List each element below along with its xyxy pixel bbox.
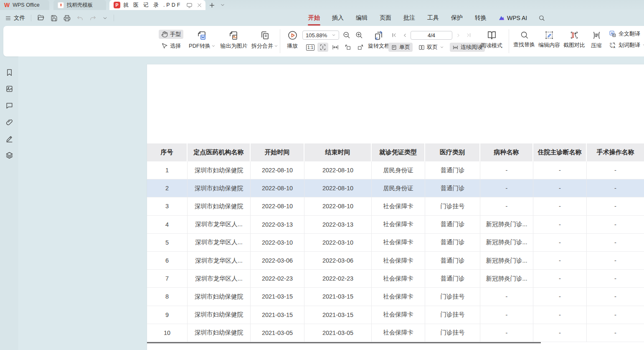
table-cell: 2022-02-23	[251, 270, 304, 287]
ribbon-tab-home[interactable]: 开始	[308, 13, 320, 23]
ribbon-tab-comment[interactable]: 批注	[403, 13, 416, 23]
tab-wps-office[interactable]: W WPS Office	[0, 0, 49, 10]
file-menu-button[interactable]: 文件	[5, 14, 25, 22]
print-icon[interactable]	[63, 15, 71, 22]
export-image-button[interactable]: 输出为图片	[218, 31, 249, 50]
rotate-left-button[interactable]	[342, 43, 353, 52]
fit-width-button[interactable]	[330, 43, 341, 52]
single-page-icon	[391, 44, 397, 51]
fit-page-button[interactable]	[317, 43, 328, 52]
edit-content-button[interactable]: 编辑内容	[537, 31, 561, 49]
zoom-in-icon[interactable]	[355, 31, 363, 39]
hand-tool-label: 手型	[170, 31, 181, 38]
open-folder-icon[interactable]	[37, 14, 45, 22]
last-page-icon[interactable]	[464, 31, 473, 40]
word-translate-label: 划词翻译	[619, 41, 640, 49]
ribbon-tab-edit[interactable]: 编辑	[355, 13, 368, 23]
svg-text:A: A	[613, 46, 615, 49]
word-translate-button[interactable]: 文 A 划词翻译	[609, 41, 644, 49]
rotate-right-button[interactable]	[355, 43, 366, 52]
hamburger-icon	[5, 15, 11, 21]
new-tab-plus-icon[interactable]	[209, 2, 215, 8]
hand-tool-button[interactable]: 手型	[159, 30, 183, 39]
wps-ai-label: WPS AI	[507, 15, 527, 21]
chevron-down-icon	[332, 33, 336, 37]
redo-icon[interactable]	[89, 15, 96, 22]
ribbon-tab-convert[interactable]: 转换	[474, 13, 487, 23]
table-cell: -	[533, 288, 587, 305]
tab-docer-templates[interactable]: 找稻壳模板	[53, 0, 106, 10]
page-number-input[interactable]	[411, 31, 452, 40]
select-tool-button[interactable]: 选择	[159, 41, 183, 51]
rotate-document-icon	[374, 31, 384, 41]
table-cell: 深圳市龙华区人...	[188, 270, 251, 287]
table-cell: -	[587, 234, 644, 251]
tab-label: 找稻壳模板	[67, 2, 93, 9]
double-page-button[interactable]: 双页	[416, 43, 446, 52]
search-icon	[520, 31, 529, 39]
table-cell: 新冠肺炎门诊...	[480, 234, 533, 251]
screenshot-compare-button[interactable]: 截图对比	[562, 31, 586, 49]
full-text-translate-label: 全文翻译	[619, 30, 640, 38]
zoom-level-combo[interactable]: 105.88%	[302, 31, 339, 40]
prev-page-icon[interactable]	[400, 31, 409, 40]
full-text-translate-button[interactable]: A 字 全文翻译	[609, 30, 644, 38]
compress-label: 压缩	[591, 42, 602, 49]
next-page-icon[interactable]	[454, 31, 463, 40]
table-cell: -	[480, 197, 533, 215]
save-icon[interactable]	[51, 15, 58, 22]
single-page-label: 单页	[399, 43, 410, 51]
thumbnail-icon[interactable]	[5, 84, 14, 93]
attachment-icon[interactable]	[5, 118, 14, 127]
split-merge-icon	[260, 31, 270, 41]
column-header: 病种名称	[480, 143, 533, 161]
undo-icon[interactable]	[76, 15, 84, 22]
table-cell: -	[587, 216, 644, 233]
find-replace-button[interactable]: 查找替换	[512, 31, 536, 49]
table-row: 9深圳市妇幼保健院2021-03-152021-03-15社会保障卡门诊挂号--…	[147, 306, 644, 324]
column-header: 住院主诊断名称	[533, 143, 587, 161]
close-tab-icon[interactable]	[197, 3, 202, 8]
tab-list-chevron-icon[interactable]	[220, 3, 225, 8]
rotate-document-button[interactable]: 旋转文档	[366, 31, 392, 50]
play-button[interactable]: 播放	[282, 30, 302, 50]
first-page-icon[interactable]	[390, 31, 399, 40]
wps-ai-button[interactable]: WPS AI	[498, 15, 527, 21]
compress-button[interactable]: 压缩	[587, 31, 606, 49]
document-viewport[interactable]: 序号定点医药机构名称开始时间结束时间就诊凭证类型医疗类别病种名称住院主诊断名称手…	[18, 56, 644, 350]
signature-pen-icon[interactable]	[5, 135, 14, 143]
wps-logo-icon: W	[4, 2, 10, 8]
pdf-page[interactable]: 序号定点医药机构名称开始时间结束时间就诊凭证类型医疗类别病种名称住院主诊断名称手…	[147, 64, 644, 350]
ribbon-tab-page[interactable]: 页面	[379, 13, 392, 23]
layers-icon[interactable]	[5, 151, 14, 160]
column-header: 医疗类别	[425, 143, 480, 161]
column-header: 手术操作名称	[587, 143, 644, 161]
ribbon-tab-tools[interactable]: 工具	[427, 13, 439, 23]
table-cell: -	[533, 252, 587, 269]
table-cell: -	[533, 161, 587, 179]
bookmark-icon[interactable]	[5, 68, 14, 77]
ribbon-tab-insert[interactable]: 插入	[332, 13, 344, 23]
tab-document-active[interactable]: P 就 医 记 录 .PDF	[109, 0, 205, 10]
cursor-icon	[161, 43, 168, 49]
single-page-button[interactable]: 单页	[388, 43, 413, 52]
table-row: 4深圳市龙华区人...2022-03-132022-03-13社会保障卡普通门诊…	[147, 216, 644, 234]
chevron-down-icon	[211, 44, 216, 48]
column-header: 序号	[147, 143, 188, 161]
ribbon-search-icon[interactable]	[538, 15, 545, 21]
table-cell: 深圳市妇幼保健院	[188, 288, 251, 305]
table-cell: 2022-08-10	[251, 197, 304, 215]
fit-page-icon	[319, 44, 326, 51]
pdf-convert-button[interactable]: PDF转换	[187, 31, 217, 50]
table-cell: 社会保障卡	[372, 324, 425, 342]
table-cell: 2022-03-06	[304, 252, 372, 269]
zoom-out-icon[interactable]	[342, 31, 350, 39]
read-mode-button[interactable]: 阅读模式	[479, 31, 505, 49]
toolbar-more-chevron-icon[interactable]	[102, 15, 108, 21]
actual-size-button[interactable]: 1:1	[305, 43, 316, 52]
split-merge-button[interactable]: 拆分合并	[251, 31, 279, 50]
ribbon-tab-protect[interactable]: 保护	[451, 13, 463, 23]
comment-icon[interactable]	[5, 101, 14, 110]
monitor-icon[interactable]	[186, 2, 193, 8]
table-cell: 8	[147, 288, 188, 305]
